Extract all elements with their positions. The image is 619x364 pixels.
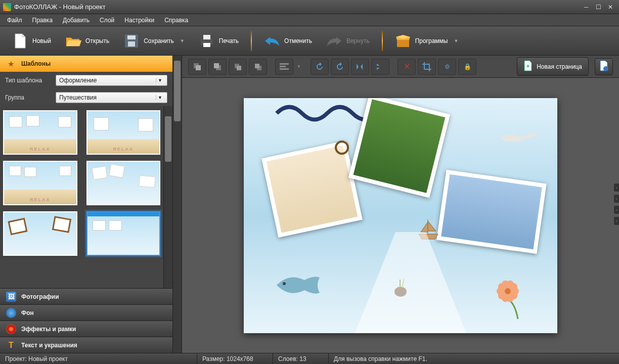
template-group-select[interactable]: Путешествия ▼ xyxy=(56,92,167,103)
window-title: ФотоКОЛЛАЖ - Новый проект xyxy=(14,3,580,11)
close-button[interactable]: ✕ xyxy=(605,3,616,12)
side-handles: ‹ ‹ ‹ ‹ xyxy=(614,184,619,225)
open-button[interactable]: Открыть xyxy=(60,30,114,52)
main-toolbar: Новый Открыть Сохранить ▼ Печать Отменит… xyxy=(0,26,619,56)
svg-point-18 xyxy=(603,66,608,71)
template-thumb[interactable] xyxy=(86,211,161,256)
menu-help[interactable]: Справка xyxy=(159,15,193,25)
templates-label: Шаблоны xyxy=(21,60,51,67)
new-label: Новый xyxy=(32,37,51,44)
undo-button[interactable]: Отменить xyxy=(259,30,317,52)
status-hint: Для вызова справки нажмите F1. xyxy=(329,353,619,364)
template-grid: RELAX RELAX RELAX xyxy=(0,106,163,259)
svg-rect-14 xyxy=(280,63,289,65)
template-thumb[interactable] xyxy=(3,211,77,256)
side-handle[interactable]: ‹ xyxy=(614,217,619,225)
page-settings-button[interactable] xyxy=(595,58,613,75)
side-handle[interactable]: ‹ xyxy=(614,195,619,203)
menu-bar: Файл Правка Добавить Слой Настройки Спра… xyxy=(0,14,619,26)
new-page-button[interactable]: + Новая страница xyxy=(517,57,589,76)
text-icon: T xyxy=(6,340,16,350)
svg-rect-4 xyxy=(203,35,210,39)
star-icon: ★ xyxy=(6,59,16,69)
menu-file[interactable]: Файл xyxy=(2,15,27,25)
collage-photo[interactable] xyxy=(261,141,363,238)
sidebar-tab-templates[interactable]: ★ Шаблоны xyxy=(0,56,172,72)
sidebar-tab-text[interactable]: T Текст и украшения xyxy=(0,337,172,353)
svg-rect-16 xyxy=(280,68,289,70)
redo-icon xyxy=(326,33,342,49)
pier-decoration xyxy=(345,232,476,333)
template-type-select[interactable]: Оформление ▼ xyxy=(56,75,167,86)
flip-horizontal-icon xyxy=(351,59,369,75)
gear-icon: ⚙ xyxy=(438,59,456,75)
new-page-label: Новая страница xyxy=(537,63,582,70)
svg-point-19 xyxy=(283,282,286,285)
send-back-icon xyxy=(208,59,227,75)
svg-rect-1 xyxy=(127,35,136,39)
sidebar-tab-effects[interactable]: Эффекты и рамки xyxy=(0,321,172,337)
group-label: Группа xyxy=(5,94,51,101)
svg-rect-9 xyxy=(214,63,219,68)
save-icon xyxy=(123,33,140,49)
type-label: Тип шаблона xyxy=(5,77,51,84)
page-gear-icon xyxy=(599,60,608,73)
editor-area: ▼ ✕ ⚙ 🔒 + Новая страница xyxy=(182,56,619,353)
new-button[interactable]: Новый xyxy=(7,30,56,52)
chevron-down-icon: ▼ xyxy=(295,59,302,75)
save-label: Сохранить xyxy=(144,37,174,44)
redo-button: Вернуть xyxy=(321,30,375,52)
sidebar-tab-background[interactable]: Фон xyxy=(0,304,172,321)
flower-decoration xyxy=(488,274,548,324)
svg-text:+: + xyxy=(526,63,530,70)
chevron-down-icon: ▼ xyxy=(454,38,458,43)
folder-open-icon xyxy=(65,33,81,49)
status-bar: Проект: Новый проект Размер: 1024x768 Сл… xyxy=(0,353,619,364)
svg-rect-7 xyxy=(196,65,201,70)
group-value: Путешествия xyxy=(59,94,97,101)
template-thumb[interactable] xyxy=(86,161,161,205)
save-button[interactable]: Сохранить ▼ xyxy=(118,30,190,52)
open-label: Открыть xyxy=(85,37,109,44)
sidebar-tab-photos[interactable]: 🖼 Фотографии xyxy=(0,288,172,304)
sidebar-scrollbar[interactable] xyxy=(172,56,182,353)
svg-point-28 xyxy=(505,288,511,294)
printer-icon xyxy=(199,33,215,49)
template-type-row: Тип шаблона Оформление ▼ xyxy=(0,72,172,89)
collage-canvas[interactable] xyxy=(244,98,557,333)
app-icon xyxy=(3,3,11,11)
menu-settings[interactable]: Настройки xyxy=(119,15,159,25)
chevron-down-icon: ▼ xyxy=(156,95,164,100)
side-handle[interactable]: ‹ xyxy=(614,206,619,214)
print-button[interactable]: Печать xyxy=(194,30,244,52)
side-handle[interactable]: ‹ xyxy=(614,184,619,192)
canvas-area[interactable] xyxy=(182,78,619,353)
programs-button[interactable]: Программы ▼ xyxy=(390,30,464,52)
undo-label: Отменить xyxy=(284,37,312,44)
menu-edit[interactable]: Правка xyxy=(27,15,58,25)
maximize-button[interactable]: ☐ xyxy=(593,3,604,12)
template-scrollbar[interactable] xyxy=(163,106,172,288)
photos-label: Фотографии xyxy=(21,293,59,300)
minimize-button[interactable]: ─ xyxy=(581,3,592,12)
template-thumb[interactable]: RELAX xyxy=(86,110,161,155)
chevron-down-icon: ▼ xyxy=(156,78,164,83)
undo-icon xyxy=(264,33,280,49)
svg-rect-13 xyxy=(255,64,259,68)
new-file-icon xyxy=(12,33,28,49)
background-icon xyxy=(6,308,16,318)
separator xyxy=(251,31,252,51)
template-thumb[interactable]: RELAX xyxy=(3,110,77,155)
redo-label: Вернуть xyxy=(346,37,370,44)
lock-icon: 🔒 xyxy=(458,59,476,75)
title-bar: ФотоКОЛЛАЖ - Новый проект ─ ☐ ✕ xyxy=(0,0,619,14)
rotate-right-icon xyxy=(331,59,349,75)
editor-toolbar: ▼ ✕ ⚙ 🔒 + Новая страница xyxy=(182,56,619,78)
flip-vertical-icon xyxy=(371,59,389,75)
status-layers: Слоев: 13 xyxy=(273,353,329,364)
menu-add[interactable]: Добавить xyxy=(58,15,95,25)
menu-layer[interactable]: Слой xyxy=(95,15,119,25)
svg-rect-5 xyxy=(203,43,210,47)
template-thumb[interactable]: RELAX xyxy=(3,161,77,205)
svg-rect-11 xyxy=(237,66,241,70)
